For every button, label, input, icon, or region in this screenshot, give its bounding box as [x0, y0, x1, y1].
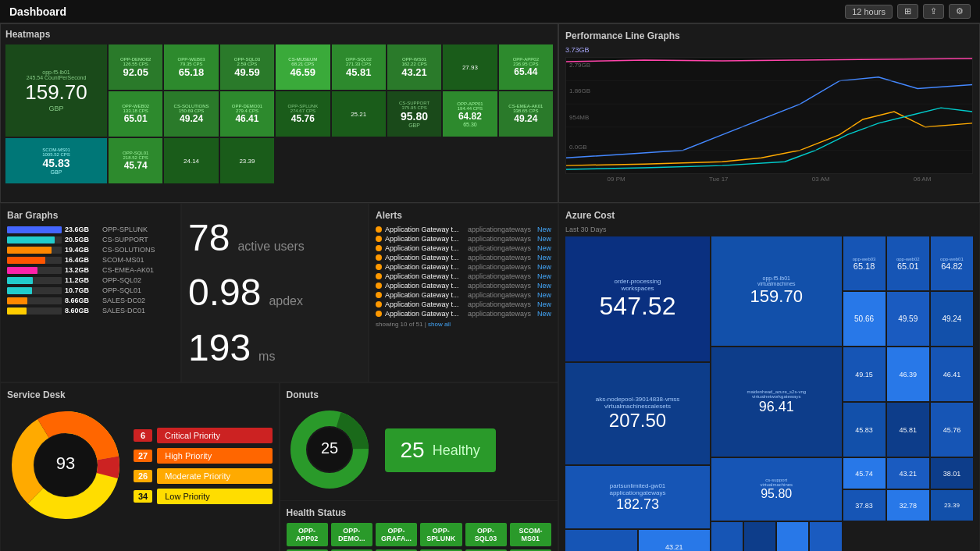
tm-cell: 65.44: [711, 522, 743, 551]
azure-cost-panel: Azure Cost Last 30 Days order-processing…: [558, 203, 980, 551]
tm-small-cells: 43.21 40.23: [639, 530, 711, 551]
bar-track: [7, 307, 62, 315]
alert-status: New: [537, 235, 551, 243]
svg-text:93: 93: [56, 453, 75, 473]
ms-label: ms: [258, 350, 275, 364]
alert-dot: [376, 283, 382, 289]
health-item: OPP-APP02: [287, 523, 328, 546]
alert-item: Application Gateway t... applicationgate…: [376, 282, 551, 290]
tm-last-row: 65.44 65.30 22.98 21.48: [711, 522, 842, 551]
tm-order-processing: order-processing workspaces 547.52: [565, 236, 710, 361]
hm-cell: 24.14: [164, 138, 218, 183]
tm-cell: 21.48: [810, 522, 841, 551]
tm-cell: 38.01: [931, 458, 973, 489]
header-actions: 12 hours ⊞ ⇪ ⚙: [845, 4, 971, 19]
bar-fill: [7, 277, 33, 284]
hm-cell: OPP-SPLUNK 274.67 CPS 45.76: [276, 91, 330, 137]
hm-cell: OPP-SQL01 218.52 CPS 45.74: [109, 138, 162, 183]
alert-name: Application Gateway t...: [385, 300, 465, 308]
heatmaps-panel: Heatmaps opp-f5-lb01 245.54 CountPerSeco…: [0, 23, 558, 203]
tm-cell: 49.59: [887, 292, 929, 346]
alert-item: Application Gateway t... applicationgate…: [376, 244, 551, 252]
bar-fill: [7, 297, 27, 304]
alert-category: applicationgateways: [468, 310, 531, 318]
alert-category: applicationgateways: [468, 254, 531, 261]
health-status-title: Health Status: [287, 507, 552, 518]
tm-cell-small: 43.21: [639, 530, 711, 551]
donuts-donut: 25: [287, 407, 372, 494]
service-desk-content: 93 6 Critical Priority 27 High Priority …: [7, 407, 273, 525]
bar-track: [7, 226, 62, 233]
azure-cost-subtitle: Last 30 Days: [565, 226, 973, 233]
alerts-panel: Alerts Application Gateway t... applicat…: [369, 203, 558, 382]
alert-item: Application Gateway t... applicationgate…: [376, 272, 551, 280]
hm-cell: CS-MUSEUM 68.21 CPS 46.59: [276, 44, 330, 90]
hm-cell: CS-SOLUTIONS 150.69 CPS 49.24: [164, 91, 218, 137]
tm-web01: opp-web01 64.82: [931, 236, 973, 290]
alerts-title: Alerts: [376, 210, 551, 221]
alert-dot: [376, 264, 382, 270]
alert-status: New: [537, 244, 551, 252]
moderate-count: 26: [134, 470, 152, 482]
azure-cost-title: Azure Cost: [565, 210, 973, 221]
settings-button[interactable]: ⚙: [949, 4, 971, 19]
hm-cell: OPP-SQL02 271.33 CPS 45.81: [332, 44, 386, 90]
bar-track: [7, 297, 62, 304]
alert-status: New: [537, 272, 551, 280]
tm-opp-f5: opp-f5-lb01 virtualmachines 159.70: [711, 236, 842, 346]
healthy-badge: 25 Healthy: [385, 428, 496, 472]
bar-label: CS-SUPPORT: [102, 236, 148, 244]
tm-cell: 43.21: [887, 458, 929, 489]
bar-fill: [7, 247, 52, 254]
performance-top-value: 3.73GB: [565, 46, 973, 54]
alerts-footer: showing 10 of 51 | show all: [376, 321, 551, 328]
alert-dot: [376, 301, 382, 307]
bar-item: 8.66GB SALES-DC02: [7, 297, 174, 304]
show-all-link[interactable]: show all: [428, 321, 451, 328]
bar-fill: [7, 307, 27, 315]
alert-category: applicationgateways: [468, 272, 531, 280]
hm-cell: OPP-SQL03 2.59 CPS 49.59: [220, 44, 274, 90]
bar-value: 20.5GB: [65, 236, 99, 244]
alert-item: Application Gateway t... applicationgate…: [376, 254, 551, 261]
tm-aks: aks-nodepool-39014838-vmss virtualmachin…: [565, 363, 710, 464]
tm-mid-right: 49.15 46.39 46.41 45.83 45.81 45.76: [843, 347, 974, 457]
performance-svg: [566, 58, 972, 173]
high-count: 27: [134, 450, 152, 462]
tm-cell: 65.30: [744, 522, 775, 551]
bar-label: CS-SOLUTIONS: [102, 246, 155, 254]
alert-name: Application Gateway t...: [385, 254, 465, 261]
bar-track: [7, 287, 62, 294]
ms-value: 193: [188, 326, 251, 369]
alert-dot: [376, 292, 382, 298]
bar-label: CS-EMEA-AK01: [102, 266, 154, 274]
donuts-content: 25 25 Healthy: [287, 407, 552, 494]
tm-cell: 46.41: [931, 347, 973, 401]
bar-fill: [7, 226, 62, 233]
time-range-button[interactable]: 12 hours: [845, 5, 893, 19]
alert-item: Application Gateway t... applicationgate…: [376, 226, 551, 233]
hm-cell-cyan: SCOM-MS01 1005.52 CPS 45.83 GBP: [5, 138, 107, 183]
hm-cell: CS-SUPPORT 375.95 CPS 95.80 GBP: [387, 91, 441, 137]
bar-item: 20.5GB CS-SUPPORT: [7, 236, 174, 244]
priority-moderate: 26 Moderate Priority: [134, 468, 273, 484]
tm-web02: opp-web02 65.01: [887, 236, 929, 290]
alert-name: Application Gateway t...: [385, 263, 465, 271]
performance-panel: Performance Line Graphs 3.73GB 2.79GB 1.…: [558, 23, 980, 203]
layout-button[interactable]: ⊞: [897, 4, 918, 19]
service-desk-panel: Service Desk 93: [0, 382, 280, 551]
alert-item: Application Gateway t... applicationgate…: [376, 263, 551, 271]
moderate-label: Moderate Priority: [157, 468, 272, 484]
bar-track: [7, 236, 62, 244]
donuts-panel: Donuts 25 25 Healthy: [280, 383, 558, 501]
bar-item: 11.2GB OPP-SQL02: [7, 276, 174, 284]
bar-graphs-list: 23.6GB OPP-SPLUNK 20.5GB CS-SUPPORT 19.4…: [7, 226, 174, 315]
alert-name: Application Gateway t...: [385, 291, 465, 299]
health-item: OPP-SPLUNK: [420, 523, 461, 546]
bar-item: 10.7GB OPP-SQL01: [7, 286, 174, 294]
alert-name: Application Gateway t...: [385, 310, 465, 318]
share-button[interactable]: ⇪: [923, 4, 944, 19]
alert-status: New: [537, 282, 551, 290]
hm-big-cell: opp-f5-lb01 245.54 CountPerSecond 159.70…: [5, 44, 107, 137]
bar-value: 19.4GB: [65, 246, 99, 254]
